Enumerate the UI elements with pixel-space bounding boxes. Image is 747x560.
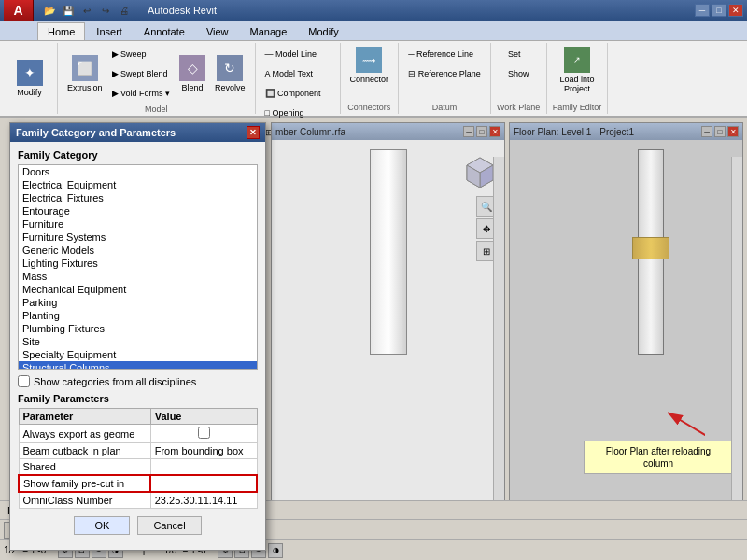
ok-button[interactable]: OK (74, 516, 130, 535)
list-item-plumbing-fixtures[interactable]: Plumbing Fixtures (19, 322, 257, 335)
cancel-button[interactable]: Cancel (137, 516, 201, 535)
show-categories-row: Show categories from all disciplines (18, 375, 258, 387)
list-item-mass[interactable]: Mass (19, 270, 257, 283)
workplane-tools: Set Show (504, 45, 533, 83)
extrusion-button[interactable]: ⬜ Extrusion (63, 53, 106, 94)
floor-plan-title-text: Floor Plan: Level 1 - Project1 (514, 127, 634, 137)
family-parameters-table: Parameter Value Always export as geome B… (18, 408, 258, 509)
tab-manage[interactable]: Manage (240, 22, 298, 40)
app-button[interactable]: A (4, 0, 34, 21)
sweep-button[interactable]: ▶ Sweep (108, 45, 175, 63)
quick-access-toolbar: 📂 💾 ↩ ↪ 🖨 (37, 2, 136, 19)
blend-button[interactable]: ◇ Blend (176, 53, 209, 94)
qa-redo[interactable]: ↪ (97, 2, 114, 19)
floor-plan-window-title: Floor Plan: Level 1 - Project1 ─ □ ✕ (510, 123, 742, 140)
table-row: Always export as geome (19, 425, 257, 443)
connector-button[interactable]: ⟿ Connector (346, 45, 393, 86)
column-joint (632, 237, 669, 259)
list-item-planting[interactable]: Planting (19, 309, 257, 322)
show-categories-label: Show categories from all disciplines (34, 376, 196, 387)
list-item-parking[interactable]: Parking (19, 296, 257, 309)
dialog-buttons: OK Cancel (18, 516, 258, 542)
family-category-list[interactable]: Doors Electrical Equipment Electrical Fi… (18, 164, 258, 370)
set-button[interactable]: Set (504, 45, 533, 63)
void-forms-button[interactable]: ▶ Void Forms ▾ (108, 84, 175, 103)
app-title: Autodesk Revit (148, 5, 217, 16)
ribbon-section-family-editor: ↗ Load intoProject Family Editor (547, 43, 609, 114)
dialog-title-text: Family Category and Parameters (16, 127, 176, 138)
ribbon-section-workplane: Set Show Work Plane (491, 43, 547, 114)
floor-plan-window-controls: ─ □ ✕ (701, 126, 739, 137)
maximize-button[interactable]: □ (712, 4, 726, 17)
fp-scrollbar-v[interactable] (731, 157, 742, 511)
column-window-title-text: mber-Column.rfa (275, 127, 345, 137)
list-item-mechanical-equipment[interactable]: Mechanical Equipment (19, 283, 257, 296)
list-item-electrical-equipment[interactable]: Electrical Equipment (19, 178, 257, 191)
column-scrollbar-v[interactable] (493, 157, 504, 511)
annotation-text: Floor Plan after reloading column (606, 446, 711, 469)
tab-view[interactable]: View (196, 22, 239, 40)
tab-annotate[interactable]: Annotate (134, 22, 195, 40)
column-family-window: mber-Column.rfa ─ □ ✕ (271, 122, 505, 512)
list-item-specialty-equipment[interactable]: Specialty Equipment (19, 348, 257, 361)
list-item-site[interactable]: Site (19, 335, 257, 348)
tab-insert[interactable]: Insert (86, 22, 133, 40)
reference-line-button[interactable]: ─ Reference Line (404, 45, 485, 63)
col-close-btn[interactable]: ✕ (489, 126, 500, 137)
list-item-lighting-fixtures[interactable]: Lighting Fixtures (19, 257, 257, 270)
list-item-furniture-systems[interactable]: Furniture Systems (19, 231, 257, 244)
always-export-checkbox[interactable] (155, 427, 253, 439)
category-section-label: Family Category (18, 149, 258, 161)
list-item-entourage[interactable]: Entourage (19, 204, 257, 217)
reference-plane-button[interactable]: ⊟ Reference Plane (404, 64, 485, 83)
modify-button[interactable]: ✦ Modify (13, 58, 47, 99)
param-cell: OmniClass Number (19, 492, 150, 509)
col-minimize-btn[interactable]: ─ (463, 126, 474, 137)
revolve-icon: ↻ (217, 55, 243, 81)
ribbon-section-modify: ✦ Modify (2, 43, 58, 114)
load-into-project-button[interactable]: ↗ Load intoProject (556, 45, 598, 95)
value-cell-highlighted[interactable] (150, 475, 257, 492)
close-button[interactable]: ✕ (728, 4, 743, 17)
tab-home[interactable]: Home (37, 22, 85, 40)
title-bar-left: A 📂 💾 ↩ ↪ 🖨 Autodesk Revit (4, 0, 217, 21)
fp-minimize-btn[interactable]: ─ (701, 126, 712, 137)
fp-maximize-btn[interactable]: □ (714, 126, 726, 137)
component-button[interactable]: 🔲 Component (261, 84, 334, 103)
list-item-generic-models[interactable]: Generic Models (19, 244, 257, 257)
qa-open[interactable]: 📂 (41, 2, 58, 19)
value-cell[interactable] (150, 425, 257, 443)
annotation-box: Floor Plan after reloading column (584, 441, 733, 474)
3d-cube-icon (463, 154, 497, 188)
ribbon-section-model: — Model Line A Model Text 🔲 Component □ … (256, 43, 341, 114)
model-line-button[interactable]: — Model Line (261, 45, 334, 63)
extrusion-icon: ⬜ (72, 55, 98, 81)
param-cell-highlighted: Show family pre-cut in (19, 475, 150, 492)
list-item-electrical-fixtures[interactable]: Electrical Fixtures (19, 191, 257, 204)
fp-close-btn[interactable]: ✕ (727, 126, 739, 137)
list-item-doors[interactable]: Doors (19, 165, 257, 178)
qa-save[interactable]: 💾 (60, 2, 77, 19)
param-cell: Always export as geome (19, 425, 150, 443)
title-bar-controls: ─ □ ✕ (695, 4, 743, 17)
value-cell (150, 459, 257, 476)
list-item-furniture[interactable]: Furniture (19, 217, 257, 231)
qa-print[interactable]: 🖨 (116, 2, 133, 19)
swept-blend-button[interactable]: ▶ Swept Blend (108, 64, 175, 83)
modify-icon: ✦ (17, 60, 43, 86)
tab-modify[interactable]: Modify (298, 22, 348, 40)
list-item-structural-columns[interactable]: Structural Columns (19, 361, 257, 370)
view-icon-shadows-2[interactable]: ◑ (268, 543, 283, 558)
ribbon-tabs: Home Insert Annotate View Manage Modify (0, 21, 747, 41)
col-maximize-btn[interactable]: □ (476, 126, 487, 137)
svg-line-5 (668, 413, 705, 436)
minimize-button[interactable]: ─ (695, 4, 710, 17)
main-area: Family Category and Parameters ✕ Family … (0, 118, 747, 517)
show-categories-checkbox[interactable] (18, 375, 30, 387)
model-text-button[interactable]: A Model Text (261, 64, 334, 83)
revolve-button[interactable]: ↻ Revolve (211, 53, 249, 94)
ribbon-section-datum: ─ Reference Line ⊟ Reference Plane Datum (399, 43, 491, 114)
qa-undo[interactable]: ↩ (78, 2, 95, 19)
show-button[interactable]: Show (504, 64, 533, 83)
dialog-close-button[interactable]: ✕ (247, 126, 260, 139)
